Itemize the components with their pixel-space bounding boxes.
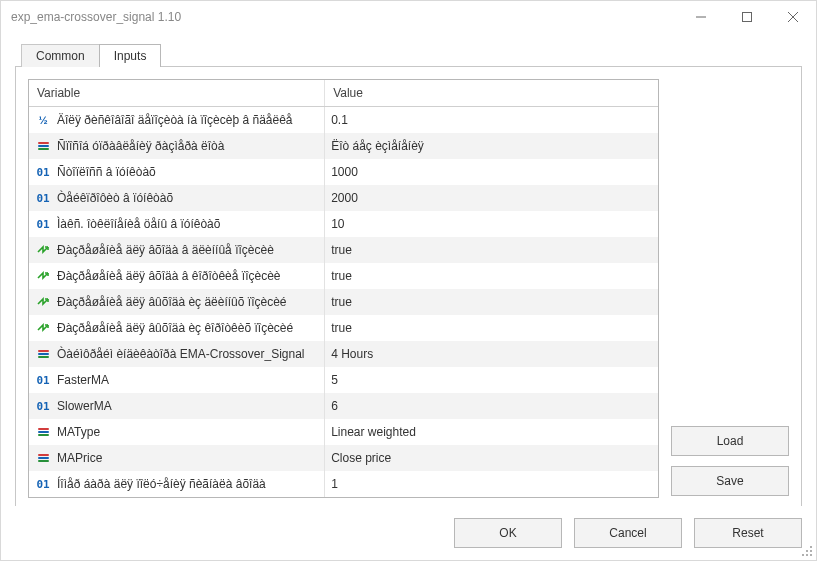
reset-button[interactable]: Reset [694,518,802,548]
inputs-table: Variable Value ½Äîëÿ ðèñêîâîãî äåïîçèòà … [29,80,658,497]
svg-rect-5 [806,550,808,552]
table-row[interactable]: 01Ìàêñ. îòêëîíåíèå öåíû â ïóíêòàõ10 [29,211,658,237]
load-button[interactable]: Load [671,426,789,456]
header-value[interactable]: Value [325,80,658,107]
variable-name: SlowerMA [57,399,112,413]
integer-icon: 01 [35,190,51,206]
variable-name: Òàéìôðåéì èíäèêàòîðà EMA-Crossover_Signa… [57,347,304,361]
svg-rect-7 [802,554,804,556]
variable-name: Ñòîïëîññ â ïóíêòàõ [57,165,156,179]
table-row[interactable]: 01SlowerMA6 [29,393,658,419]
variable-value: 4 Hours [331,347,373,361]
svg-rect-4 [810,546,812,548]
tabpanel-inputs: Variable Value ½Äîëÿ ðèñêîâîãî äåïîçèòà … [15,66,802,506]
svg-rect-1 [743,13,752,22]
table-row[interactable]: ½Äîëÿ ðèñêîâîãî äåïîçèòà íà ïîçècèþ â ñä… [29,107,658,134]
resize-grip-icon [802,546,814,558]
variable-name: Ðàçðåøåíèå äëÿ âûõîäà èç äëèííûõ ïîçècèé [57,295,287,309]
variable-value: true [331,321,352,335]
maximize-icon [742,12,752,22]
table-row[interactable]: MAPriceClose price [29,445,658,471]
variable-name: Ðàçðåøåíèå äëÿ âûõîäà èç êîðîòêèõ ïîçècè… [57,321,293,335]
variable-value: true [331,243,352,257]
enum-icon [35,138,51,154]
footer: OK Cancel Reset [1,506,816,560]
enum-icon [35,346,51,362]
svg-rect-6 [810,550,812,552]
close-button[interactable] [770,1,816,33]
svg-rect-8 [806,554,808,556]
fraction-icon: ½ [35,112,51,128]
titlebar: exp_ema-crossover_signal 1.10 [1,1,816,33]
cancel-button[interactable]: Cancel [574,518,682,548]
variable-value: 1 [331,477,338,491]
table-row[interactable]: 01Íîìåð áàðà äëÿ ïîëó÷åíèÿ ñèãíàëà âõîäà… [29,471,658,497]
maximize-button[interactable] [724,1,770,33]
window-controls [678,1,816,33]
variable-value: 10 [331,217,344,231]
variable-name: Ìàêñ. îòêëîíåíèå öåíû â ïóíêòàõ [57,217,220,231]
save-button[interactable]: Save [671,466,789,496]
integer-icon: 01 [35,372,51,388]
variable-name: Äîëÿ ðèñêîâîãî äåïîçèòà íà ïîçècèþ â ñäå… [57,113,293,127]
table-row[interactable]: 01Òåéêïðîôèò â ïóíêòàõ2000 [29,185,658,211]
bool-arrow-icon [35,242,51,258]
variable-value: Ëîò áåç èçìåíåíèÿ [331,139,424,153]
tab-inputs[interactable]: Inputs [99,44,162,67]
inputs-table-wrap: Variable Value ½Äîëÿ ðèñêîâîãî äåïîçèòà … [28,79,659,498]
bool-arrow-icon [35,320,51,336]
table-row[interactable]: 01FasterMA5 [29,367,658,393]
variable-value: true [331,295,352,309]
table-row[interactable]: 01Ñòîïëîññ â ïóíêòàõ1000 [29,159,658,185]
variable-name: MAType [57,425,100,439]
variable-name: Ðàçðåøåíèå äëÿ âõîäà â êîðîòêèå ïîçècèè [57,269,281,283]
table-row[interactable]: Ðàçðåøåíèå äëÿ âûõîäà èç äëèííûõ ïîçècèé… [29,289,658,315]
variable-name: Ðàçðåøåíèå äëÿ âõîäà â äëèííûå ïîçècèè [57,243,274,257]
close-icon [788,12,798,22]
bool-arrow-icon [35,294,51,310]
variable-value: 0.1 [331,113,348,127]
tab-common-label: Common [36,49,85,63]
variable-value: true [331,269,352,283]
variable-name: Íîìåð áàðà äëÿ ïîëó÷åíèÿ ñèãíàëà âõîäà [57,477,266,491]
header-variable[interactable]: Variable [29,80,325,107]
minimize-button[interactable] [678,1,724,33]
table-row[interactable]: Ðàçðåøåíèå äëÿ âõîäà â äëèííûå ïîçècèètr… [29,237,658,263]
variable-value: 5 [331,373,338,387]
enum-icon [35,424,51,440]
variable-value: Linear weighted [331,425,416,439]
table-row[interactable]: Ðàçðåøåíèå äëÿ âûõîäà èç êîðîòêèõ ïîçècè… [29,315,658,341]
table-row[interactable]: Òàéìôðåéì èíäèêàòîðà EMA-Crossover_Signa… [29,341,658,367]
content: Common Inputs Variable Value ½Äîëÿ ðèñêî… [1,33,816,506]
variable-value: 2000 [331,191,358,205]
side-buttons: Load Save [671,79,789,498]
table-row[interactable]: Ñïîñîá óïðàâëåíèÿ ðàçìåðà ëîòàËîò áåç èç… [29,133,658,159]
variable-name: Ñïîñîá óïðàâëåíèÿ ðàçìåðà ëîòà [57,139,224,153]
variable-value: 1000 [331,165,358,179]
table-row[interactable]: Ðàçðåøåíèå äëÿ âõîäà â êîðîòêèå ïîçècèèt… [29,263,658,289]
tab-inputs-label: Inputs [114,49,147,63]
variable-name: Òåéêïðîôèò â ïóíêòàõ [57,191,173,205]
variable-name: MAPrice [57,451,102,465]
integer-icon: 01 [35,216,51,232]
integer-icon: 01 [35,398,51,414]
integer-icon: 01 [35,164,51,180]
variable-name: FasterMA [57,373,109,387]
tabstrip: Common Inputs [21,43,802,66]
svg-rect-9 [810,554,812,556]
table-row[interactable]: MATypeLinear weighted [29,419,658,445]
window-title: exp_ema-crossover_signal 1.10 [11,10,181,24]
enum-icon [35,450,51,466]
variable-value: Close price [331,451,391,465]
bool-arrow-icon [35,268,51,284]
integer-icon: 01 [35,476,51,492]
window: exp_ema-crossover_signal 1.10 Common Inp… [0,0,817,561]
tab-common[interactable]: Common [21,44,100,67]
ok-button[interactable]: OK [454,518,562,548]
minimize-icon [696,12,706,22]
resize-grip[interactable] [802,546,814,558]
variable-value: 6 [331,399,338,413]
